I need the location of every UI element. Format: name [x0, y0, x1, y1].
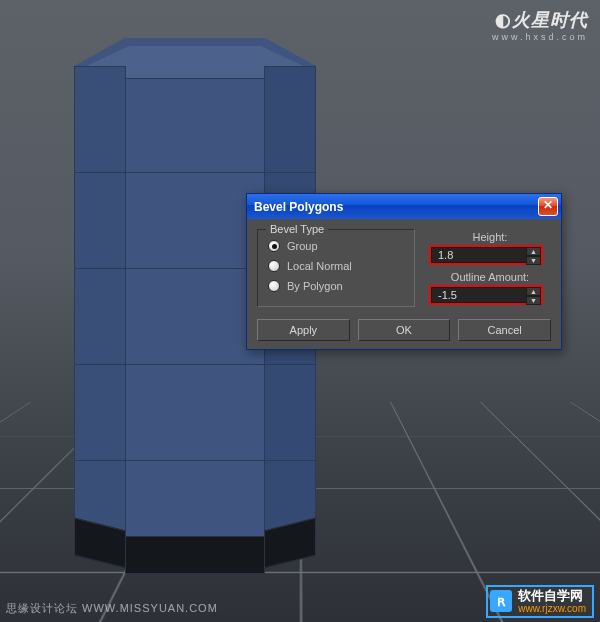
logo-icon: ʀ	[490, 590, 512, 612]
dialog-title: Bevel Polygons	[254, 200, 538, 214]
watermark-title: 软件自学网	[518, 589, 586, 603]
radio-label: Local Normal	[287, 260, 352, 272]
height-input[interactable]	[431, 247, 526, 263]
outline-spinner: ▲ ▼	[429, 285, 543, 305]
close-button[interactable]: ✕	[538, 197, 558, 216]
radio-local-normal-option[interactable]: Local Normal	[268, 256, 404, 276]
outline-input[interactable]	[431, 287, 526, 303]
radio-icon	[268, 240, 280, 252]
watermark-top: ◐火星时代 www.hxsd.com	[492, 8, 588, 42]
cancel-button[interactable]: Cancel	[458, 319, 551, 341]
bevel-type-label: Bevel Type	[266, 223, 328, 235]
outline-label: Outline Amount:	[429, 271, 551, 283]
watermark-url: www.rjzxw.com	[518, 603, 586, 614]
radio-label: By Polygon	[287, 280, 343, 292]
spinner-down-icon[interactable]: ▼	[526, 256, 541, 265]
watermark-bottom-left: 思缘设计论坛 WWW.MISSYUAN.COM	[6, 601, 218, 616]
bevel-polygons-dialog: Bevel Polygons ✕ Bevel Type Group Local …	[246, 193, 562, 350]
radio-by-polygon-option[interactable]: By Polygon	[268, 276, 404, 296]
ok-button[interactable]: OK	[358, 319, 451, 341]
dialog-titlebar[interactable]: Bevel Polygons ✕	[247, 194, 561, 219]
model-base	[74, 524, 316, 578]
height-spinner: ▲ ▼	[429, 245, 543, 265]
bevel-type-group: Bevel Type Group Local Normal By Polygon	[257, 229, 415, 307]
radio-icon	[268, 260, 280, 272]
radio-icon	[268, 280, 280, 292]
spinner-up-icon[interactable]: ▲	[526, 247, 541, 256]
watermark-bottom-right: ʀ 软件自学网 www.rjzxw.com	[486, 585, 594, 618]
spinner-up-icon[interactable]: ▲	[526, 287, 541, 296]
radio-label: Group	[287, 240, 318, 252]
apply-button[interactable]: Apply	[257, 319, 350, 341]
radio-group-option[interactable]: Group	[268, 236, 404, 256]
spinner-down-icon[interactable]: ▼	[526, 296, 541, 305]
height-label: Height:	[429, 231, 551, 243]
